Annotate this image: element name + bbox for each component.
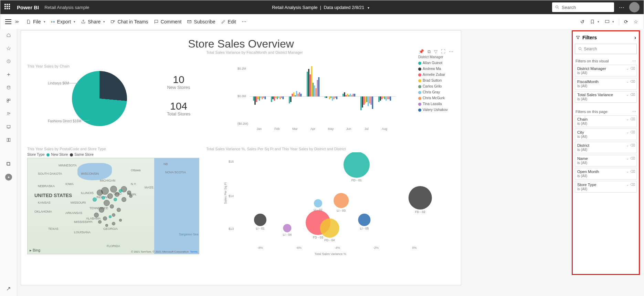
filter-icon[interactable]: ▽ — [434, 49, 437, 54]
chat-teams-button[interactable]: Chat in Teams — [108, 18, 151, 26]
copy-icon[interactable]: ⧉ — [427, 49, 431, 54]
filter-card[interactable]: Cityis (All)⌄⌫ — [575, 129, 637, 140]
filters-header[interactable]: Filters › — [575, 33, 637, 44]
chevron-right-icon[interactable]: › — [634, 35, 636, 40]
expand-rail-icon[interactable]: ↗ — [5, 285, 12, 292]
legend-item[interactable]: Chris Gray — [418, 90, 456, 94]
map-bubble[interactable] — [99, 207, 104, 213]
pin-icon[interactable]: 📌 — [419, 49, 424, 54]
edit-button[interactable]: Edit — [218, 18, 239, 26]
map-bubble[interactable] — [117, 208, 121, 212]
subscribe-button[interactable]: Subscribe — [184, 18, 218, 26]
clear-filter-icon[interactable]: ⌫ — [630, 183, 635, 186]
chevron-down-icon[interactable]: ⌄ — [626, 156, 629, 160]
home-icon[interactable] — [5, 32, 12, 39]
map-bubble[interactable] — [122, 197, 126, 202]
more-icon[interactable]: ⋯ — [449, 49, 453, 54]
filter-card[interactable]: Open Monthis (All)⌄⌫ — [575, 168, 637, 180]
more-toolbar-icon[interactable]: ⋯ — [239, 18, 249, 26]
bar-visual[interactable]: 📌 ⧉ ▽ ⛶ ⋯ Total Sales Variance by Fiscal… — [206, 50, 455, 140]
current-workspace-icon[interactable]: ✦ — [5, 174, 12, 181]
learn-icon[interactable] — [5, 123, 12, 130]
chevron-down-icon[interactable]: ⌄ — [626, 170, 629, 173]
global-search-input[interactable]: Search — [552, 2, 614, 12]
user-avatar[interactable] — [629, 2, 640, 12]
workspaces-icon[interactable] — [5, 136, 12, 143]
map-bubble[interactable] — [119, 219, 122, 222]
clear-filter-icon[interactable]: ⌫ — [630, 117, 635, 121]
clear-filter-icon[interactable]: ⌫ — [630, 130, 635, 134]
clear-filter-icon[interactable]: ⌫ — [630, 156, 635, 160]
view-icon[interactable]: ▾ — [602, 18, 617, 25]
report-title-center[interactable]: Retail Analysis Sample | Data updated 2/… — [89, 5, 552, 10]
map-bubble[interactable] — [119, 189, 122, 193]
more-options-icon[interactable]: ⋯ — [619, 4, 624, 11]
map-bubble[interactable] — [114, 198, 117, 201]
share-menu[interactable]: Share▾ — [78, 18, 108, 26]
filter-search-input[interactable]: Search — [575, 44, 637, 54]
legend-item[interactable]: Allan Guinot — [418, 61, 456, 65]
kpi-card[interactable]: 10 New Stores — [167, 74, 190, 90]
map-bubble[interactable] — [94, 213, 99, 217]
clear-filter-icon[interactable]: ⌫ — [630, 80, 635, 83]
more-icon[interactable]: ⋯ — [632, 59, 636, 63]
create-icon[interactable]: ＋ — [5, 71, 12, 78]
legend-item[interactable]: Annelie Zubar — [418, 72, 456, 76]
terms-link[interactable]: Terms — [190, 250, 198, 253]
chevron-down-icon[interactable]: ⌄ — [626, 93, 629, 96]
map-bubble[interactable] — [129, 194, 133, 198]
recent-icon[interactable] — [5, 58, 12, 65]
map-bubble[interactable] — [112, 213, 115, 217]
clear-filter-icon[interactable]: ⌫ — [630, 93, 635, 96]
map-bubble[interactable] — [104, 200, 110, 206]
chevron-down-icon[interactable]: ⌄ — [626, 143, 629, 147]
map-bubble[interactable] — [109, 215, 112, 218]
map-bubble[interactable] — [103, 216, 107, 221]
legend-item[interactable]: Carlos Grilo — [418, 84, 456, 88]
chevron-down-icon[interactable]: ⌄ — [626, 130, 629, 134]
legend-item[interactable]: Andrew Ma — [418, 67, 456, 71]
reset-icon[interactable]: ↺ — [578, 18, 587, 26]
scatter-visual[interactable]: Total Sales Variance %, Sales Per Sq Ft … — [206, 147, 455, 267]
more-icon[interactable]: ⋯ — [632, 110, 636, 114]
legend-item[interactable]: Chris McGurk — [418, 96, 456, 100]
filter-card[interactable]: District Manageris (All)⌄⌫ — [575, 65, 637, 76]
map-bubble[interactable] — [105, 224, 108, 227]
legend-item[interactable]: Brad Sutton — [418, 78, 456, 82]
filter-card[interactable]: Chainis (All)⌄⌫ — [575, 115, 637, 127]
pie-visual[interactable]: This Year Sales by Chain Lindseys $6M Fa… — [27, 50, 151, 140]
filter-card[interactable]: FiscalMonthis (All)⌄⌫ — [575, 78, 637, 90]
map-visual[interactable]: This Year Sales by PostalCode and Store … — [27, 147, 199, 267]
app-launcher-icon[interactable] — [4, 4, 11, 11]
map-canvas[interactable]: UNITED STATES MINNESOTA SOUTH DAKOTA WIS… — [27, 158, 199, 254]
map-bubble[interactable] — [112, 222, 115, 225]
datasets-icon[interactable] — [5, 84, 12, 91]
clear-filter-icon[interactable]: ⌫ — [630, 170, 635, 173]
map-bubble[interactable] — [98, 220, 102, 224]
kpi-card[interactable]: 104 Total Stores — [167, 100, 191, 116]
file-menu[interactable]: File▾ — [23, 18, 48, 26]
collapse-pages-icon[interactable]: ≫ — [15, 19, 19, 24]
favorites-icon[interactable]: ☆ — [5, 45, 12, 52]
my-workspace-icon[interactable] — [5, 161, 12, 167]
legend-item[interactable]: Valery Ushakov — [418, 108, 456, 112]
export-menu[interactable]: ↦Export▾ — [48, 18, 78, 26]
shared-icon[interactable] — [5, 110, 12, 117]
map-bubble[interactable] — [102, 196, 105, 200]
map-bubble[interactable] — [115, 192, 119, 197]
nav-toggle-icon[interactable] — [5, 19, 11, 24]
filter-card[interactable]: Store Typeis (All)⌄⌫ — [575, 181, 637, 193]
focus-icon[interactable]: ⛶ — [441, 49, 445, 54]
map-bubble[interactable] — [110, 186, 117, 193]
map-bubble[interactable] — [110, 204, 114, 208]
bookmark-icon[interactable]: ▾ — [587, 18, 602, 25]
legend-item[interactable]: Tina Lassila — [418, 102, 456, 106]
comment-button[interactable]: Comment — [151, 18, 184, 26]
chevron-down-icon[interactable]: ⌄ — [626, 67, 629, 70]
refresh-icon[interactable]: ⟳ — [621, 18, 631, 26]
favorite-icon[interactable]: ☆ — [631, 18, 641, 26]
clear-filter-icon[interactable]: ⌫ — [630, 67, 635, 70]
clear-filter-icon[interactable]: ⌫ — [630, 143, 635, 147]
map-bubble[interactable] — [107, 193, 113, 199]
filter-card[interactable]: Total Sales Varianceis (All)⌄⌫ — [575, 91, 637, 103]
